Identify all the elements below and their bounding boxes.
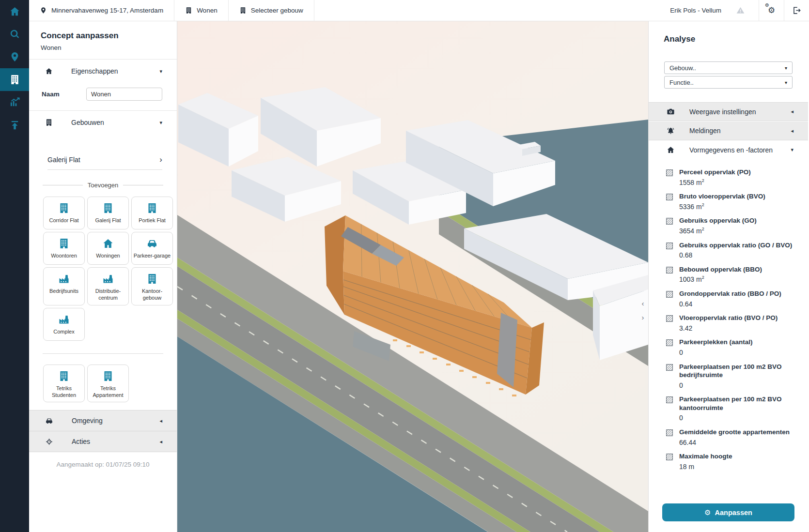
section-eigenschappen[interactable]: Eigenschappen ▾ (29, 60, 177, 83)
section-omgeving[interactable]: Omgeving ◂ (29, 410, 177, 431)
chevron-down-icon[interactable]: ▾ (791, 147, 793, 153)
metric-item: Gebruiks oppervlak ratio (GO / BVO) 0.68 (666, 241, 795, 259)
gebouwen-section: Gebouwen ▾ Galerij Flat › Toevoegen (29, 110, 177, 402)
sidebar-item-buildings[interactable] (0, 68, 29, 91)
chevron-right-icon: › (159, 155, 162, 164)
sidebar-item-analytics[interactable] (0, 91, 29, 114)
hatched-square-icon (666, 339, 673, 347)
building-type-icon (58, 273, 70, 285)
collapsed-sections: Omgeving ◂ Acties ◂ (29, 410, 177, 452)
section-weergave-instellingen[interactable]: Weergave instellingen ◂ (649, 102, 808, 121)
breadcrumb-icon (239, 7, 247, 14)
add-building-button[interactable]: Woontoren (43, 232, 85, 265)
sidebar-item-home[interactable] (0, 0, 29, 23)
add-building-button[interactable]: Portiek Flat (131, 197, 173, 229)
hatched-square-icon (666, 193, 673, 201)
template-building-button[interactable]: Tetriks Studenten (43, 365, 85, 403)
collapse-left-chevron[interactable]: ‹ (639, 299, 647, 307)
building-icon (45, 119, 53, 126)
aanpassen-button[interactable]: ⚙ Aanpassen (662, 503, 794, 521)
3d-scene (177, 21, 648, 532)
sidebar-icon (9, 74, 20, 85)
building-type-icon (58, 238, 70, 249)
analyse-title: Analyse (649, 21, 808, 44)
breadcrumb-icon (40, 7, 47, 14)
logout-button[interactable] (784, 0, 809, 21)
naam-field-row: Naam (29, 83, 177, 110)
hatched-square-icon (666, 315, 673, 322)
sidebar-item-upload[interactable] (0, 114, 29, 137)
add-building-button[interactable]: Bedrijfsunits (43, 267, 85, 305)
hatched-square-icon (666, 453, 673, 461)
sidebar-icon (9, 97, 20, 108)
gears-icon: ⚙⚙ (768, 6, 775, 15)
topbar: Minnervahavenweg 15-17, Amsterdam Wonen … (29, 0, 809, 21)
chevron-down-icon[interactable]: ▾ (159, 68, 162, 75)
icon-rail (0, 0, 29, 532)
sidebar-item-search[interactable] (0, 23, 29, 46)
template-building-button[interactable]: Tetriks Appartement (87, 365, 129, 403)
chevron-left-icon[interactable]: ◂ (159, 418, 162, 424)
add-building-button[interactable]: Parkeer-garage (131, 232, 173, 265)
building-type-icon (102, 273, 114, 285)
sidebar-icon (9, 6, 20, 17)
building-type-icon (146, 202, 158, 214)
hatched-square-icon (666, 364, 673, 371)
metric-item: Parkeerplekken (aantal) 0 (666, 338, 795, 356)
gebouw-select[interactable]: Gebouw.. ▾ (664, 61, 793, 74)
caret-down-icon: ▾ (785, 80, 787, 85)
add-building-button[interactable]: Woningen (87, 232, 129, 265)
sidebar-item-locations[interactable] (0, 46, 29, 68)
user-label: Erik Pols - Vellum (670, 0, 736, 21)
car-icon (45, 417, 53, 425)
page-title: Concept aanpassen (41, 31, 165, 41)
breadcrumb-item-location[interactable]: Minnervahavenweg 15-17, Amsterdam (29, 0, 174, 21)
add-building-button[interactable]: Distributie-centrum (87, 267, 129, 305)
add-building-button[interactable]: Galerij Flat (87, 197, 129, 229)
chevron-down-icon[interactable]: ▾ (159, 120, 162, 126)
hatched-square-icon (666, 290, 673, 298)
building-list-item[interactable]: Galerij Flat › (47, 155, 162, 170)
home-icon (667, 146, 675, 154)
building-type-icon (58, 370, 70, 382)
metric-item: Gemiddelde grootte appartementen 66.44 (666, 428, 795, 446)
toevoegen-divider: Toevoegen (43, 182, 163, 189)
naam-input[interactable] (86, 88, 162, 101)
metric-item: Gebruiks oppervlak (GO) 3654 m2 (666, 216, 795, 234)
breadcrumb-item-concept[interactable]: Wonen (174, 0, 229, 21)
add-building-button[interactable]: Corridor Flat (43, 197, 85, 229)
template-building-grid: Tetriks Studenten Tetriks Appartement (29, 365, 177, 403)
section-gebouwen[interactable]: Gebouwen ▾ (29, 111, 177, 134)
hatched-square-icon (666, 396, 673, 404)
analyse-sections: Weergave instellingen ◂ Meldingen ◂ Vorm… (649, 102, 808, 159)
chevron-left-icon[interactable]: ◂ (159, 439, 162, 445)
building-type-icon (58, 202, 70, 214)
bell-icon (667, 127, 675, 135)
hatched-square-icon (666, 429, 673, 437)
page-subtitle: Wonen (41, 44, 165, 51)
analyse-panel: Analyse Gebouw.. ▾ Functie.. ▾ Weergave … (648, 21, 808, 532)
chevron-left-icon[interactable]: ◂ (791, 108, 793, 115)
naam-label: Naam (42, 91, 60, 98)
sidebar-icon (9, 51, 20, 62)
chevron-left-icon[interactable]: ◂ (791, 128, 793, 134)
3d-viewport[interactable]: ‹ › (177, 21, 648, 532)
section-vormgegevens[interactable]: Vormgegevens en -factoren ▾ (649, 140, 808, 159)
analyse-filters: Gebouw.. ▾ Functie.. ▾ (649, 44, 808, 89)
add-building-button[interactable]: Kantoor-gebouw (131, 267, 173, 305)
settings-button[interactable]: ⚙⚙ (759, 0, 784, 21)
metric-item: Vloeroppervlak ratio (BVO / PO) 3.42 (666, 314, 795, 332)
section-acties[interactable]: Acties ◂ (29, 431, 177, 452)
metric-item: Perceel oppervlak (PO) 1558 m2 (666, 168, 795, 186)
section-meldingen[interactable]: Meldingen ◂ (649, 122, 808, 140)
collapse-right-chevron[interactable]: › (639, 313, 647, 321)
building-type-icon (102, 202, 114, 214)
building-type-icon (146, 238, 158, 249)
panel-collapse-tabs: ‹ › (639, 299, 647, 321)
sidebar-icon (9, 29, 20, 40)
add-building-button[interactable]: Complex (43, 308, 85, 341)
created-timestamp: Aangemaakt op: 01/07/25 09:10 (29, 452, 177, 468)
metric-item: Parkeerplaatsen per 100 m2 BVO kantoorru… (666, 395, 795, 422)
breadcrumb-item-select-building[interactable]: Selecteer gebouw (229, 0, 314, 21)
functie-select[interactable]: Functie.. ▾ (664, 76, 793, 89)
